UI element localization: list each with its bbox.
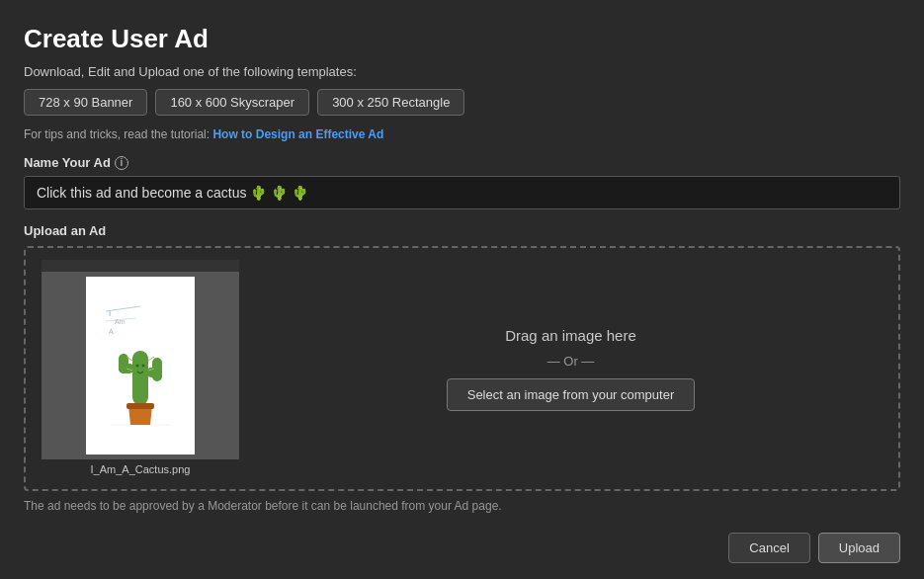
- svg-text:Am: Am: [115, 318, 126, 325]
- upload-dropzone[interactable]: I Am A: [24, 246, 900, 491]
- svg-line-0: [106, 306, 140, 311]
- drag-text: Drag an image here: [505, 327, 636, 344]
- svg-rect-9: [152, 358, 162, 381]
- template-btn-160[interactable]: 160 x 600 Skyscraper: [155, 89, 309, 116]
- template-btn-300[interactable]: 300 x 250 Rectangle: [317, 89, 464, 116]
- template-btn-728[interactable]: 728 x 90 Banner: [24, 89, 147, 116]
- image-preview-area: I Am A: [42, 260, 239, 477]
- footer-note: The ad needs to be approved by a Moderat…: [24, 499, 900, 513]
- ad-name-input[interactable]: [24, 176, 900, 209]
- svg-point-17: [142, 365, 145, 368]
- cactus-image: I Am A: [86, 277, 195, 455]
- svg-text:A: A: [109, 328, 114, 335]
- tips-text: For tips and tricks, read the tutorial: …: [24, 127, 900, 141]
- template-buttons: 728 x 90 Banner 160 x 600 Skyscraper 300…: [24, 89, 900, 116]
- image-preview-inner: I Am A: [42, 272, 239, 459]
- name-section-label: Name Your Ad i: [24, 155, 900, 170]
- svg-rect-5: [132, 351, 148, 405]
- svg-text:I: I: [109, 309, 111, 318]
- footer-actions: Cancel Upload: [24, 525, 900, 563]
- tips-link[interactable]: How to Design an Effective Ad: [212, 127, 383, 141]
- name-info-icon[interactable]: i: [115, 156, 128, 170]
- cancel-button[interactable]: Cancel: [728, 533, 809, 563]
- or-divider: — Or —: [547, 354, 595, 369]
- upload-right: Drag an image here — Or — Select an imag…: [259, 327, 882, 411]
- svg-rect-14: [126, 403, 154, 409]
- image-filename: I_Am_A_Cactus.png: [42, 459, 239, 477]
- upload-button[interactable]: Upload: [818, 533, 900, 563]
- modal-title: Create User Ad: [24, 24, 900, 54]
- create-user-ad-modal: Create User Ad Download, Edit and Upload…: [0, 0, 924, 579]
- svg-point-16: [136, 365, 139, 368]
- template-label: Download, Edit and Upload one of the fol…: [24, 64, 900, 79]
- upload-section-label: Upload an Ad: [24, 223, 900, 238]
- select-image-button[interactable]: Select an image from your computer: [447, 378, 696, 411]
